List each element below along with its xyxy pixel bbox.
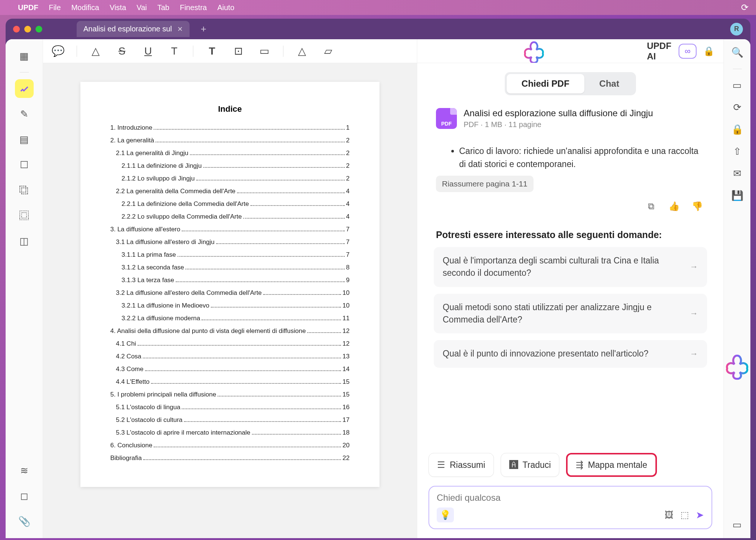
toc-entry: 2.1 La generalità di Jingju2 (110, 147, 350, 160)
underline-icon[interactable]: U (141, 45, 156, 57)
toc-entry: 1. Introduzione1 (110, 121, 350, 134)
organize-pages-icon[interactable]: ⿻ (15, 181, 34, 200)
toc-entry: 5. I problemi principali nella diffusion… (110, 388, 350, 401)
comment-icon[interactable]: 💬 (50, 45, 65, 57)
menu-window[interactable]: Finestra (180, 3, 207, 12)
tab-chat[interactable]: Chat (584, 74, 634, 93)
email-icon[interactable]: ✉ (733, 168, 741, 179)
highlight-icon[interactable]: △ (88, 45, 103, 57)
ocr-icon[interactable]: ▭ (732, 80, 742, 91)
squiggly-icon[interactable]: T (167, 45, 182, 57)
summarize-button[interactable]: ☰ Riassumi (428, 453, 494, 477)
main-column: 💬 △ S U T T ⊡ ▭ △ ▱ Indice 1. Introduzio… (43, 39, 417, 538)
edit-text-icon[interactable]: ✎ (15, 105, 34, 123)
lightbulb-icon[interactable]: 💡 (437, 507, 454, 522)
callout-icon[interactable]: ▭ (257, 45, 272, 57)
comment-panel-icon[interactable]: ▭ (732, 519, 742, 531)
send-icon[interactable]: ➤ (696, 509, 704, 521)
toc-entry: 3.1.1 La prima fase7 (110, 249, 350, 261)
menubar-status-icon[interactable]: ⟳ (741, 2, 749, 13)
close-window-button[interactable] (13, 26, 20, 33)
convert-icon[interactable]: ⟳ (733, 102, 741, 113)
highlight-tool-icon[interactable] (15, 79, 34, 98)
text-icon[interactable]: T (205, 45, 219, 57)
toc-entry: 4. Analisi della diffusione dal punto di… (110, 325, 350, 337)
quick-actions: ☰ Riassumi 🅰 Traduci ⇶ Mappa mentale (417, 444, 723, 482)
annotation-toolbar: 💬 △ S U T T ⊡ ▭ △ ▱ (43, 39, 417, 63)
toc-entry: 3.1.2 La seconda fase8 (110, 261, 350, 274)
pdf-file-icon: PDF (436, 108, 457, 129)
document-meta: PDF · 1 MB · 11 pagine (464, 120, 705, 129)
menu-edit[interactable]: Modifica (71, 3, 99, 12)
translate-button[interactable]: 🅰 Traduci (501, 453, 560, 477)
strikethrough-icon[interactable]: S (114, 45, 129, 57)
toc-entry: 6. Conclusione20 (110, 439, 350, 452)
updf-logo-icon[interactable] (724, 222, 750, 509)
app-window: Analisi ed esplorazione sul ✕ + R ▦ ✎ ▤ … (6, 19, 750, 538)
toc-entry: 2.1.1 La definizione di Jingju2 (110, 160, 350, 172)
menu-view[interactable]: Vista (110, 3, 126, 12)
menu-app-name[interactable]: UPDF (18, 3, 38, 12)
toc-entry: 2.2 La generalità della Commedia dell'Ar… (110, 185, 350, 198)
new-tab-button[interactable]: + (201, 23, 206, 35)
tab-title: Analisi ed esplorazione sul (83, 25, 172, 33)
minimize-window-button[interactable] (24, 26, 31, 33)
toc-entry: 2. La generalità2 (110, 134, 350, 147)
arrow-right-icon: → (690, 261, 698, 273)
page-layout-icon[interactable]: ▤ (15, 130, 34, 149)
arrow-right-icon: → (690, 348, 698, 360)
toc-entry: 3. La diffusione all'estero7 (110, 223, 350, 236)
suggestion-item[interactable]: Qual è l'importanza degli scambi cultura… (434, 247, 707, 287)
reader-mode-icon[interactable]: ▦ (15, 47, 34, 65)
table-of-contents: 1. Introduzione12. La generalità22.1 La … (110, 121, 350, 465)
bookmark-icon[interactable]: ◻ (15, 487, 34, 505)
content-area: ▦ ✎ ▤ ☐ ⿻ ⿴ ◫ ≋ ◻ 📎 💬 △ S U T (6, 39, 750, 538)
list-icon: ☰ (437, 460, 445, 470)
pdf-page: Indice 1. Introduzione12. La generalità2… (80, 82, 379, 487)
copy-icon[interactable]: ⧉ (643, 199, 658, 214)
forms-icon[interactable]: ☐ (15, 155, 34, 174)
suggestion-item[interactable]: Quali metodi sono stati utilizzati per a… (434, 294, 707, 334)
toc-entry: 4.3 Come14 (110, 363, 350, 376)
suggestion-item[interactable]: Qual è il punto di innovazione presentat… (434, 340, 707, 367)
menu-go[interactable]: Vai (136, 3, 147, 12)
menu-help[interactable]: Aiuto (217, 3, 234, 12)
ai-panel-header: UPDF AI ∞ 🔒 (417, 39, 723, 63)
summary-chip[interactable]: Riassumere pagina 1-11 (436, 176, 534, 192)
eraser-icon[interactable]: ▱ (321, 45, 336, 57)
attachment-icon[interactable]: 📎 (15, 512, 34, 531)
chat-input-area: 💡 🖼 ⬚ ➤ (428, 486, 712, 529)
protect-icon[interactable]: 🔒 (731, 124, 743, 135)
menu-file[interactable]: File (49, 3, 61, 12)
share-icon[interactable]: ⇧ (733, 146, 741, 157)
thumbs-down-icon[interactable]: 👎 (690, 199, 705, 214)
pencil-icon[interactable]: △ (295, 45, 310, 57)
maximize-window-button[interactable] (36, 26, 42, 33)
document-title: Analisi ed esplorazione sulla diffusione… (464, 108, 705, 118)
textbox-icon[interactable]: ⊡ (231, 45, 246, 57)
search-icon[interactable]: 🔍 (731, 47, 743, 58)
mindmap-button[interactable]: ⇶ Mappa mentale (566, 453, 657, 477)
layers-icon[interactable]: ≋ (15, 461, 34, 480)
menu-tab[interactable]: Tab (157, 3, 169, 12)
arrow-right-icon: → (690, 308, 698, 320)
document-viewport[interactable]: Indice 1. Introduzione12. La generalità2… (43, 63, 417, 538)
redact-icon[interactable]: ◫ (15, 232, 34, 250)
close-tab-icon[interactable]: ✕ (177, 25, 183, 33)
crop-icon[interactable]: ⿴ (15, 206, 34, 225)
page-heading: Indice (110, 104, 350, 114)
document-tab[interactable]: Analisi ed esplorazione sul ✕ (77, 21, 190, 37)
lock-icon[interactable]: 🔒 (703, 46, 714, 56)
thumbs-up-icon[interactable]: 👍 (667, 199, 682, 214)
infinity-button[interactable]: ∞ (679, 44, 697, 59)
save-icon[interactable]: 💾 (731, 190, 743, 201)
user-avatar[interactable]: R (730, 23, 743, 36)
document-card[interactable]: PDF Analisi ed esplorazione sulla diffus… (428, 101, 712, 136)
toc-entry: 5.2 L'ostacolo di cultura17 (110, 414, 350, 426)
toc-entry: 4.4 L'Effetto15 (110, 376, 350, 388)
image-icon[interactable]: 🖼 (665, 510, 674, 520)
chat-input[interactable] (437, 493, 704, 503)
tab-ask-pdf[interactable]: Chiedi PDF (507, 74, 584, 93)
crop-input-icon[interactable]: ⬚ (680, 510, 689, 520)
ai-tabs: Chiedi PDF Chat (417, 63, 723, 101)
